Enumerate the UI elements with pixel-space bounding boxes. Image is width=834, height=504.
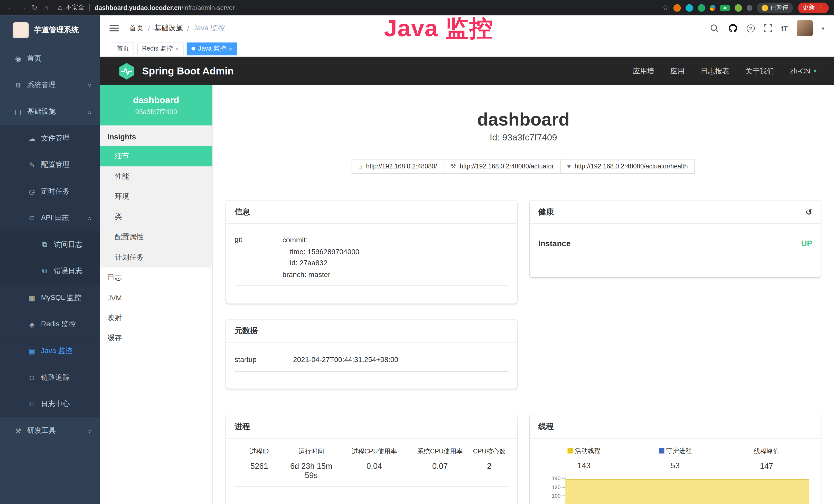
process-card: 进程 进程ID 5261 运行时间 (226, 415, 517, 504)
browser-extension-icon[interactable] (674, 4, 681, 12)
stat-value: 143 (539, 461, 630, 470)
github-icon[interactable] (728, 23, 738, 33)
close-icon[interactable]: × (175, 45, 179, 52)
sba-item-environment[interactable]: 环境 (100, 187, 212, 207)
sidebar-item-log-center[interactable]: ⧉ 日志中心 (0, 391, 100, 417)
y-tick-label: 100 (552, 493, 561, 499)
sba-logo-icon (118, 62, 136, 80)
tab-redis-monitor[interactable]: Redis 监控 × (137, 42, 184, 55)
sidebar-item-error-logs[interactable]: ⧉ 错误日志 (0, 258, 100, 284)
history-icon[interactable]: ↺ (806, 207, 812, 217)
help-icon[interactable]: ? (747, 24, 755, 32)
sidebar-item-tracing[interactable]: ⊙ 链路追踪 (0, 364, 100, 391)
sba-sidebar: dashboard 93a3fc7f7409 Insights 细节 性能 环境… (100, 85, 213, 504)
link-url: http://192.168.0.2:48080/actuator (460, 163, 554, 170)
browser-extension-icon[interactable] (710, 5, 716, 10)
sba-item-config-props[interactable]: 配置属性 (100, 227, 212, 247)
sidebar-item-label: 链路追踪 (41, 373, 70, 382)
cards-right-column: 健康 ↺ Instance UP (530, 201, 821, 504)
breadcrumb-item[interactable]: 首页 (129, 23, 144, 33)
home-button[interactable]: ⌂ (40, 4, 52, 12)
cards-grid: 信息 git commit: time: 1596289704000 id: 2… (226, 201, 821, 504)
reload-button[interactable]: ↻ (29, 4, 41, 12)
stat-label: 守护进程 (666, 446, 692, 456)
breadcrumb-separator: / (148, 24, 150, 32)
chevron-down-icon[interactable]: ▾ (822, 25, 824, 31)
chart-plot-area (565, 474, 809, 504)
sidebar-item-infrastructure[interactable]: ▤ 基础设施 ∧ (0, 98, 100, 125)
sba-item-label: 环境 (115, 192, 129, 202)
sidebar-item-redis-monitor[interactable]: ◈ Redis 监控 (0, 311, 100, 338)
nav-applications[interactable]: 应用 (671, 66, 685, 76)
service-url-link[interactable]: ⌂ http://192.168.0.2:48080/ (352, 159, 444, 174)
threads-stat: 守护进程 53 (630, 446, 721, 471)
link-url: http://192.168.0.2:48080/actuator/health (575, 163, 688, 170)
instance-header[interactable]: dashboard 93a3fc7f7409 (100, 85, 212, 125)
sidebar-item-api-logs[interactable]: ⧉ API 日志 ∧ (0, 205, 100, 231)
app-logo (13, 22, 29, 38)
sba-item-classes[interactable]: 类 (100, 207, 212, 227)
stat-value: 147 (721, 462, 812, 471)
health-card: 健康 ↺ Instance UP (530, 201, 821, 277)
hamburger-icon[interactable] (110, 28, 119, 29)
chevron-down-icon: ▾ (813, 68, 816, 74)
sidebar-item-access-logs[interactable]: ⧉ 访问日志 (0, 231, 100, 258)
url-path: /infra/admin-server (182, 4, 235, 12)
user-avatar[interactable] (797, 20, 813, 36)
sidebar-item-config-management[interactable]: ✎ 配置管理 (0, 152, 100, 178)
sidebar-item-home[interactable]: ◉ 首页 (0, 45, 100, 72)
kebab-menu-icon[interactable]: ⋮ (818, 4, 824, 11)
forward-button[interactable]: → (17, 4, 29, 12)
threads-card: 线程 活动线程 143 守护进程 (530, 415, 821, 504)
sba-item-scheduled-tasks[interactable]: 计划任务 (100, 247, 212, 268)
sidebar-item-label: Redis 监控 (41, 320, 75, 329)
address-bar[interactable]: ⚠ 不安全 dashboard.yudao.iocoder.cn/infra/a… (58, 3, 235, 12)
sidebar-item-java-monitor[interactable]: ▣ Java 监控 (0, 338, 100, 364)
sidebar-item-scheduled-jobs[interactable]: ◷ 定时任务 (0, 178, 100, 205)
bookmark-star-icon[interactable]: ☆ (662, 4, 668, 12)
search-icon[interactable] (710, 24, 719, 32)
app-title: 芋道管理系统 (34, 25, 79, 35)
health-url-link[interactable]: ♥ http://192.168.0.2:48080/actuator/heal… (560, 159, 695, 174)
nav-about[interactable]: 关于我们 (745, 66, 774, 76)
sba-item-metrics[interactable]: 性能 (100, 166, 212, 187)
nav-wallboard[interactable]: 应用墙 (633, 66, 655, 76)
metadata-row: startup 2021-04-27T00:44:31.254+08:00 (235, 350, 508, 372)
sidebar-item-system[interactable]: ⚙ 系统管理 ∨ (0, 72, 100, 98)
fullscreen-icon[interactable] (764, 24, 772, 32)
annotation-text: Java 监控 (384, 13, 493, 44)
sidebar-item-dev-tools[interactable]: ⚒ 研发工具 ∨ (0, 417, 100, 444)
actuator-url-link[interactable]: ⚒ http://192.168.0.2:48080/actuator (443, 159, 561, 174)
browser-extension-on-badge[interactable]: on (720, 5, 730, 11)
puzzle-extension-icon[interactable] (747, 5, 752, 10)
nav-journal[interactable]: 日志报表 (701, 66, 729, 76)
column-value: 0.04 (338, 462, 410, 471)
browser-extension-icon[interactable] (698, 4, 705, 12)
sba-body: dashboard 93a3fc7f7409 Insights 细节 性能 环境… (100, 85, 834, 504)
health-row[interactable]: Instance UP (539, 232, 812, 256)
font-size-icon[interactable]: tT (781, 24, 788, 32)
back-button[interactable]: ← (5, 4, 17, 12)
language-selector[interactable]: zh-CN ▾ (790, 67, 816, 75)
sidebar-item-file-management[interactable]: ☁ 文件管理 (0, 125, 100, 152)
browser-extension-icon[interactable] (685, 4, 693, 12)
sba-item-label: 映射 (107, 313, 122, 323)
tab-home[interactable]: 首页 (112, 42, 134, 55)
status-badge: UP (801, 239, 812, 248)
heart-icon: ♥ (567, 163, 571, 170)
tab-java-monitor[interactable]: Java 监控 × (187, 42, 237, 55)
close-icon[interactable]: × (229, 45, 232, 52)
breadcrumb-item[interactable]: 基础设施 (154, 23, 183, 33)
sba-brand[interactable]: Spring Boot Admin (118, 62, 234, 80)
sba-brand-label: Spring Boot Admin (142, 65, 234, 77)
sba-item-logs[interactable]: 日志 (100, 268, 212, 288)
sba-item-details[interactable]: 细节 (100, 146, 212, 166)
paused-badge[interactable]: 已暂停 (757, 2, 793, 13)
sidebar-item-mysql-monitor[interactable]: ▥ MySQL 监控 (0, 284, 100, 311)
y-tick-label: 140 (552, 476, 561, 481)
update-browser-button[interactable]: 更新 ⋮ (798, 2, 829, 13)
sba-item-jvm[interactable]: JVM (100, 288, 212, 308)
sba-item-caches[interactable]: 缓存 (100, 328, 212, 348)
browser-extension-icon[interactable] (734, 4, 742, 12)
sba-item-mappings[interactable]: 映射 (100, 308, 212, 328)
